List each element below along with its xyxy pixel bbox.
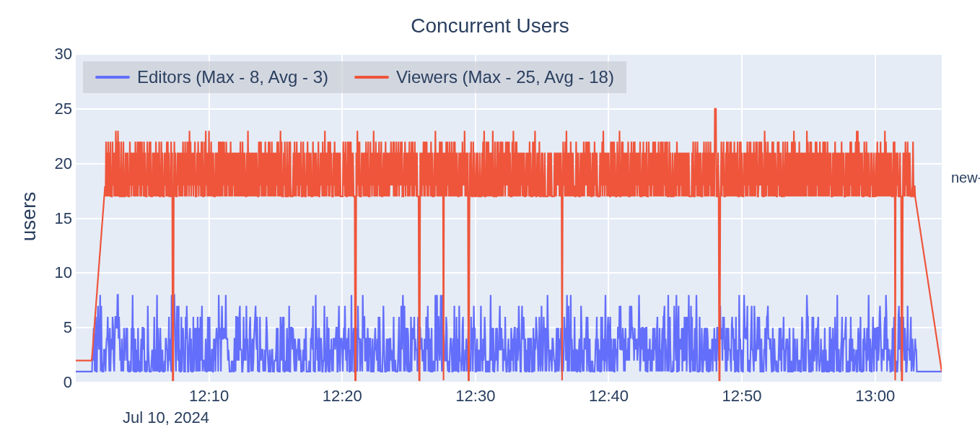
x-tick-label: 12:10 <box>189 387 229 406</box>
y-tick-label: 15 <box>36 209 72 228</box>
y-tick-label: 20 <box>36 154 72 173</box>
concurrent-users-chart: Concurrent Users users new- 051015202530… <box>0 0 980 433</box>
x-tick-label: 12:40 <box>589 387 629 406</box>
legend-item-viewers[interactable]: Viewers (Max - 25, Avg - 18) <box>354 67 614 87</box>
series-editors-line <box>76 295 942 372</box>
x-tick-label: 12:50 <box>722 387 762 406</box>
legend-swatch-editors <box>95 76 130 79</box>
y-tick-label: 0 <box>36 373 72 392</box>
x-tick-label: 12:20 <box>323 387 362 406</box>
y-tick-label: 25 <box>36 100 72 118</box>
x-tick-label: 12:30 <box>455 387 495 406</box>
x-tick-label: 13:00 <box>855 387 895 406</box>
y-tick-label: 5 <box>36 318 72 337</box>
plot-svg <box>76 54 942 382</box>
y-tick-label: 10 <box>36 263 72 282</box>
legend-item-editors[interactable]: Editors (Max - 8, Avg - 3) <box>95 67 328 87</box>
legend-label-viewers: Viewers (Max - 25, Avg - 18) <box>396 67 614 87</box>
chart-title: Concurrent Users <box>0 14 980 38</box>
right-margin-text: new- <box>951 170 980 186</box>
legend: Editors (Max - 8, Avg - 3) Viewers (Max … <box>83 61 626 93</box>
legend-swatch-viewers <box>354 76 389 79</box>
legend-label-editors: Editors (Max - 8, Avg - 3) <box>137 67 328 87</box>
y-tick-label: 30 <box>36 45 72 64</box>
x-axis-date-label: Jul 10, 2024 <box>123 408 209 427</box>
